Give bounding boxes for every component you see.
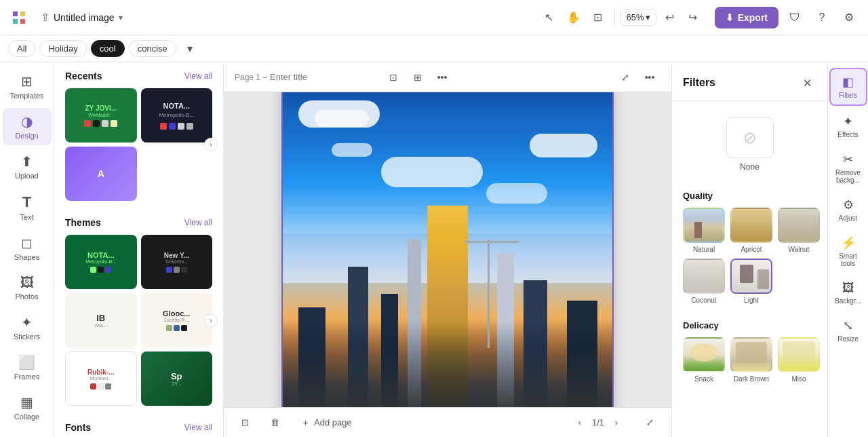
sidebar-item-more[interactable]: ▾ — [3, 429, 52, 437]
shield-icon[interactable]: 🛡 — [784, 7, 806, 28]
delicacy-section: Delicacy Snack Dark — [672, 312, 827, 391]
canvas-frame[interactable] — [281, 92, 614, 407]
sidebar-item-collage[interactable]: ▦ Collage — [3, 389, 52, 426]
themes-next-btn[interactable]: › — [204, 314, 218, 327]
page-thumbnail-btn[interactable]: ⊡ — [235, 413, 256, 432]
page-label: Page 1 – — [235, 73, 267, 82]
canvas-tools: ⊡ ⊞ ••• — [382, 66, 453, 88]
filter-natural[interactable]: Natural — [683, 208, 725, 253]
recents-header: Recents View all — [65, 71, 212, 81]
right-sidebar-background[interactable]: 🖼 Backgr... — [829, 276, 867, 310]
right-sidebar-filters[interactable]: ◧ Filters — [829, 68, 867, 106]
sidebar-item-shapes[interactable]: ◻ Shapes — [3, 229, 52, 267]
fonts-view-all[interactable]: View all — [184, 423, 212, 432]
sidebar-item-stickers[interactable]: ✦ Stickers — [3, 309, 52, 346]
fullscreen-icon: ⤢ — [646, 417, 654, 428]
selection-tool[interactable]: ⊡ — [382, 66, 404, 88]
recents-section: Recents View all ZY JOVI... WixMadef... — [54, 62, 223, 209]
page-title-input[interactable] — [270, 72, 372, 82]
filters-close-button[interactable]: ✕ — [797, 73, 816, 92]
grid-tool[interactable]: ⊞ — [407, 66, 429, 88]
right-sidebar-adjust[interactable]: ⚙ Adjust — [829, 192, 867, 227]
sidebar-item-photos[interactable]: 🖼 Photos — [3, 269, 52, 306]
theme-card-5[interactable]: Rubik-... Montserr... — [65, 352, 137, 406]
recents-view-all[interactable]: View all — [184, 71, 212, 81]
filter-dark-brown[interactable]: Dark Brown — [730, 337, 772, 383]
sidebar-item-upload[interactable]: ⬆ Upload — [3, 148, 52, 185]
canvas-area: Page 1 – ⊡ ⊞ ••• ⤢ ••• — [224, 62, 671, 437]
filter-miso[interactable]: Miso — [778, 337, 820, 383]
help-icon[interactable]: ? — [811, 7, 833, 28]
prev-page-btn[interactable]: ‹ — [570, 413, 589, 432]
sidebar-item-text[interactable]: T Text — [3, 188, 52, 227]
themes-grid: NOTA... Metropolis-B... New Y... SinkinS… — [65, 235, 212, 406]
sidebar-item-frames[interactable]: ⬜ Frames — [3, 349, 52, 386]
fullscreen-btn[interactable]: ⤢ — [639, 413, 660, 432]
filters-icon: ◧ — [842, 75, 854, 90]
photos-icon: 🖼 — [20, 275, 34, 290]
filter-walnut[interactable]: Walnut — [778, 208, 820, 253]
tag-holiday[interactable]: Holiday — [39, 40, 86, 57]
hand-tool-button[interactable]: ✋ — [563, 7, 585, 28]
filter-coconut[interactable]: Coconut — [683, 259, 725, 304]
theme-card-1[interactable]: NOTA... Metropolis-B... — [65, 235, 137, 289]
tags-more-button[interactable]: ▾ — [180, 39, 199, 58]
filter-coconut-thumb — [683, 259, 725, 294]
frames-icon: ⬜ — [18, 354, 35, 370]
tag-concise[interactable]: concise — [129, 40, 176, 57]
select-tool-button[interactable]: ↖ — [538, 7, 560, 28]
adjust-icon: ⚙ — [843, 197, 854, 212]
recents-next-btn[interactable]: › — [204, 138, 218, 151]
add-page-btn[interactable]: ＋ Add page — [294, 413, 359, 433]
theme-card-4[interactable]: Glooc... Lucette-R... — [141, 293, 213, 347]
export-button[interactable]: ⬇ Export — [715, 7, 778, 28]
recent-card-1[interactable]: ZY JOVI... WixMadef... — [65, 88, 137, 142]
logo-button[interactable] — [8, 7, 30, 28]
page-number: 1/1 — [592, 417, 604, 428]
filter-none-item[interactable]: ⊘ None — [683, 109, 816, 180]
recent-card-3[interactable]: A — [65, 147, 137, 201]
sidebar-item-design[interactable]: ◑ Design — [3, 108, 52, 145]
right-sidebar-smart-tools[interactable]: ⚡ Smart tools — [829, 230, 867, 273]
next-page-btn[interactable]: › — [607, 413, 626, 432]
design-icon: ◑ — [21, 113, 33, 130]
canvas-bottom: ⊡ 🗑 ＋ Add page ‹ 1/1 › ⤢ — [224, 407, 671, 437]
right-sidebar-remove-bg[interactable]: ✂ Remove backg... — [829, 147, 867, 189]
title-chevron-icon[interactable]: ▾ — [119, 13, 123, 22]
filter-light[interactable]: Light — [730, 259, 772, 304]
templates-icon: ⊞ — [21, 73, 33, 90]
document-title[interactable]: Untitled image — [54, 12, 115, 23]
more-tool[interactable]: ••• — [431, 66, 453, 88]
topbar: ⇧ Untitled image ▾ ↖ ✋ ⊡ 65% ▾ ↩ ↪ ⬇ Exp… — [0, 0, 868, 35]
upload-cloud-icon: ⇧ — [41, 11, 50, 24]
effects-icon: ✦ — [843, 114, 853, 129]
zoom-control[interactable]: 65% ▾ — [620, 9, 656, 26]
theme-card-3[interactable]: IB Asa... — [65, 293, 137, 347]
canvas-more-tool[interactable]: ••• — [639, 66, 660, 88]
collage-icon: ▦ — [20, 394, 33, 411]
expand-tool[interactable]: ⤢ — [614, 66, 636, 88]
theme-card-6[interactable]: Sp ZY... — [141, 352, 213, 406]
background-icon: 🖼 — [842, 281, 854, 295]
theme-card-2[interactable]: New Y... SinkinSa... — [141, 235, 213, 289]
settings-icon[interactable]: ⚙ — [838, 7, 860, 28]
recent-card-2[interactable]: NOTA... Metropolis-B... — [141, 88, 213, 142]
filter-walnut-thumb — [778, 208, 820, 243]
themes-header: Themes View all — [65, 217, 212, 228]
remove-bg-icon: ✂ — [843, 152, 853, 167]
frame-tool-button[interactable]: ⊡ — [587, 7, 609, 28]
delete-btn[interactable]: 🗑 — [264, 413, 286, 432]
filter-darkbrown-thumb — [730, 337, 772, 373]
quality-section: Quality Natural Apricot — [672, 183, 827, 312]
redo-button[interactable]: ↪ — [682, 7, 704, 28]
right-sidebar-effects[interactable]: ✦ Effects — [829, 109, 867, 144]
sidebar-item-templates[interactable]: ⊞ Templates — [3, 68, 52, 105]
left-sidebar: ⊞ Templates ◑ Design ⬆ Upload T Text ◻ S… — [0, 62, 54, 437]
right-sidebar-resize[interactable]: ⤡ Resize — [829, 313, 867, 348]
themes-view-all[interactable]: View all — [184, 218, 212, 227]
undo-button[interactable]: ↩ — [659, 7, 681, 28]
tag-all[interactable]: All — [8, 40, 35, 57]
tag-cool[interactable]: cool — [91, 40, 125, 57]
filter-apricot[interactable]: Apricot — [730, 208, 772, 253]
filter-snack[interactable]: Snack — [683, 337, 725, 383]
